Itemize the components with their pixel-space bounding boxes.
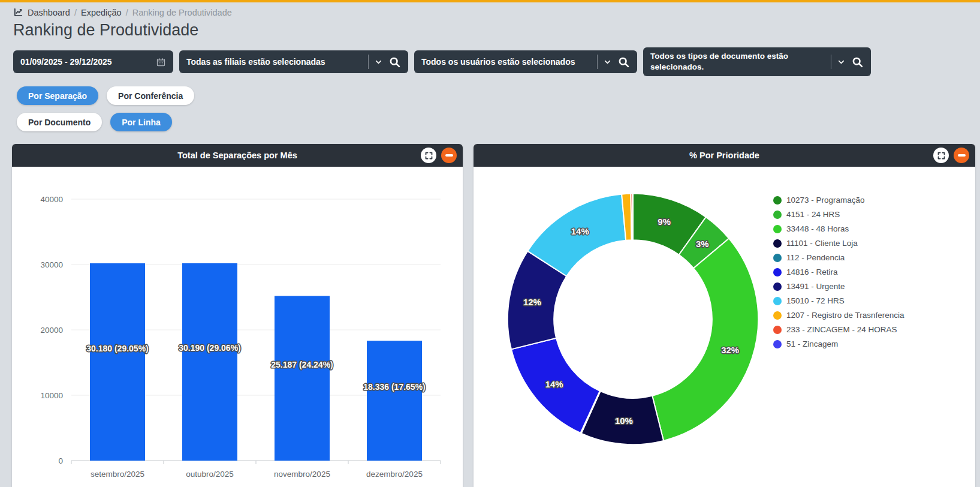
search-icon[interactable]: [851, 56, 864, 68]
svg-text:0: 0: [58, 456, 63, 465]
donut-chart-body: 9%9%3%3%32%32%10%10%14%14%12%12%14%14% 1…: [474, 167, 975, 456]
card-actions: [421, 148, 463, 163]
legend-dot-icon: [773, 282, 782, 291]
calendar-icon[interactable]: [156, 57, 166, 67]
legend-dot-icon: [773, 211, 782, 219]
legend-label: 10273 - Programação: [786, 196, 865, 205]
legend-dot-icon: [773, 196, 782, 205]
legend-item[interactable]: 11101 - Cliente Loja: [773, 239, 971, 248]
legend-dot-icon: [773, 225, 782, 233]
legend-label: 51 - Zincagem: [786, 339, 838, 348]
svg-text:dezembro/2025: dezembro/2025: [366, 470, 423, 479]
legend-item[interactable]: 14816 - Retira: [773, 267, 971, 276]
donut-legend: 10273 - Programação4151 - 24 HRS33448 - …: [773, 196, 971, 456]
donut-slice[interactable]: [632, 194, 633, 240]
donut-chart-card: % Por Prioridade 9%9%3%3%32%32%10%10%14%…: [474, 144, 975, 487]
users-select[interactable]: Todos os usuários estão selecionados: [414, 50, 637, 73]
legend-dot-icon: [773, 268, 782, 276]
svg-text:setembro/2025: setembro/2025: [91, 470, 144, 479]
svg-text:9%: 9%: [658, 217, 670, 227]
toggle-row-1: Por Separação Por Conferência: [17, 86, 980, 105]
page-title: Ranking de Produtividade: [13, 21, 980, 40]
search-icon[interactable]: [388, 56, 401, 68]
bar-outubro/2025[interactable]: [182, 263, 237, 461]
legend-item[interactable]: 112 - Pendencia: [773, 253, 971, 262]
legend-item[interactable]: 4151 - 24 HRS: [773, 210, 971, 219]
bar-dezembro/2025[interactable]: [367, 341, 422, 461]
legend-dot-icon: [773, 254, 782, 262]
svg-text:novembro/2025: novembro/2025: [274, 470, 330, 479]
legend-item[interactable]: 233 - ZINCAGEM - 24 HORAS: [773, 325, 971, 334]
bar-chart-card-header: Total de Separações por Mês: [12, 144, 463, 167]
breadcrumb-expedicao[interactable]: Expedição: [81, 8, 122, 17]
legend-label: 11101 - Cliente Loja: [786, 239, 858, 248]
legend-dot-icon: [773, 297, 782, 305]
bar-chart-card: Total de Separações por Mês 010000200003…: [12, 144, 463, 487]
top-accent-strip: [0, 0, 980, 2]
donut-chart[interactable]: 9%9%3%3%32%32%10%10%14%14%12%12%14%14%: [496, 182, 770, 456]
breadcrumb-separator: /: [126, 8, 128, 17]
expand-icon[interactable]: [933, 148, 949, 163]
chevron-down-icon[interactable]: [374, 58, 383, 67]
date-range-value: 01/09/2025 - 29/12/2025: [20, 57, 156, 67]
legend-item[interactable]: 13491 - Urgente: [773, 282, 971, 291]
svg-text:40000: 40000: [40, 195, 63, 204]
doc-types-select[interactable]: Todos os tipos de documento estão seleci…: [643, 47, 871, 76]
donut-chart-card-header: % Por Prioridade: [474, 144, 975, 167]
svg-text:10000: 10000: [40, 391, 63, 400]
svg-text:10%: 10%: [615, 416, 633, 426]
legend-label: 33448 - 48 Horas: [786, 224, 849, 233]
svg-text:30.180 (29.05%): 30.180 (29.05%): [86, 344, 149, 353]
svg-text:outubro/2025: outubro/2025: [186, 470, 234, 479]
toggle-por-separacao[interactable]: Por Separação: [17, 86, 98, 105]
dashboard-cards: Total de Separações por Mês 010000200003…: [12, 144, 980, 487]
breadcrumb-current: Ranking de Produtividade: [132, 8, 232, 17]
divider: [597, 55, 598, 69]
svg-text:25.187 (24.24%): 25.187 (24.24%): [271, 360, 333, 369]
toggle-por-conferencia[interactable]: Por Conferência: [107, 86, 194, 105]
svg-text:18.336 (17.65%): 18.336 (17.65%): [363, 382, 426, 392]
legend-item[interactable]: 1207 - Registro de Trasnferencia: [773, 311, 971, 320]
minus-icon[interactable]: [441, 148, 457, 163]
search-icon[interactable]: [617, 56, 630, 68]
bar-novembro/2025[interactable]: [275, 296, 330, 461]
toggle-por-documento[interactable]: Por Documento: [17, 113, 102, 131]
legend-label: 4151 - 24 HRS: [786, 210, 840, 219]
bar-setembro/2025[interactable]: [90, 263, 145, 461]
divider: [831, 55, 831, 69]
legend-item[interactable]: 33448 - 48 Horas: [773, 224, 971, 233]
legend-dot-icon: [773, 239, 782, 248]
chevron-down-icon[interactable]: [837, 58, 846, 67]
branches-select[interactable]: Todas as filiais estão selecionadas: [179, 50, 408, 73]
chart-line-icon: [13, 7, 23, 17]
svg-text:3%: 3%: [696, 239, 708, 249]
toggle-row-2: Por Documento Por Linha: [17, 113, 980, 131]
svg-text:30.190 (29.06%): 30.190 (29.06%): [179, 343, 241, 353]
donut-slice[interactable]: [652, 238, 758, 440]
minus-icon[interactable]: [954, 148, 969, 163]
legend-label: 233 - ZINCAGEM - 24 HORAS: [786, 325, 897, 334]
date-range-picker[interactable]: 01/09/2025 - 29/12/2025: [13, 50, 173, 73]
legend-item[interactable]: 10273 - Programação: [773, 196, 971, 205]
legend-label: 14816 - Retira: [786, 267, 838, 276]
svg-text:20000: 20000: [40, 326, 63, 335]
bar-chart-title: Total de Separações por Mês: [12, 151, 463, 160]
chevron-down-icon[interactable]: [603, 58, 612, 67]
breadcrumb-separator: /: [74, 8, 77, 17]
branches-select-value: Todas as filiais estão selecionadas: [186, 57, 363, 67]
legend-item[interactable]: 15010 - 72 HRS: [773, 296, 971, 305]
card-actions: [933, 148, 975, 163]
legend-dot-icon: [773, 326, 782, 334]
legend-dot-icon: [773, 340, 782, 348]
svg-text:32%: 32%: [721, 345, 739, 355]
breadcrumb-dashboard[interactable]: Dashboard: [28, 8, 70, 17]
toggle-por-linha[interactable]: Por Linha: [110, 113, 172, 131]
users-select-value: Todos os usuários estão selecionados: [421, 57, 592, 67]
svg-text:14%: 14%: [571, 227, 589, 236]
expand-icon[interactable]: [421, 148, 436, 163]
legend-item[interactable]: 51 - Zincagem: [773, 339, 971, 348]
legend-label: 1207 - Registro de Trasnferencia: [786, 311, 904, 320]
bar-chart[interactable]: 010000200003000040000setembro/202530.180…: [19, 170, 456, 487]
svg-text:30000: 30000: [40, 260, 63, 269]
legend-label: 112 - Pendencia: [786, 253, 845, 262]
